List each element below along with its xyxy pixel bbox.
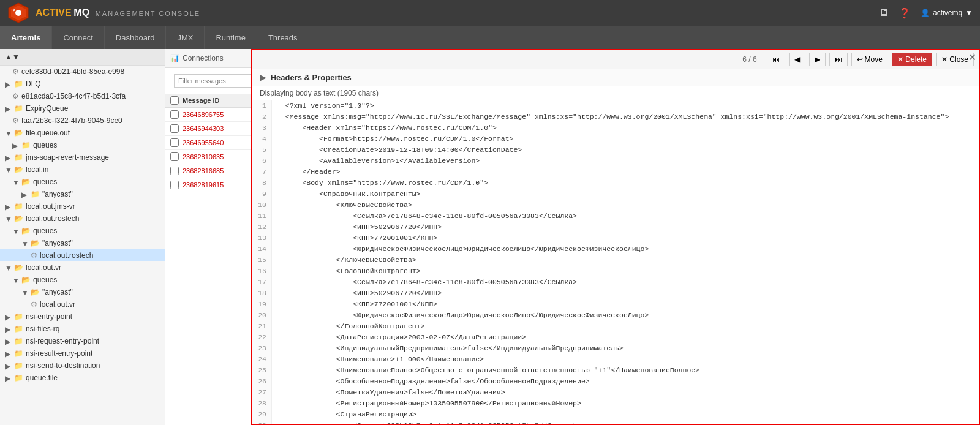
tab-connect[interactable]: Connect <box>52 26 104 49</box>
code-line: 29 <СтранаРегистрации> <box>252 409 979 420</box>
sidebar-item-nsi-files-rq[interactable]: ▶ 📁 nsi-files-rq <box>0 323 165 335</box>
sidebar-item-nsi-send[interactable]: ▶ 📁 nsi-send-to-destination <box>0 359 165 372</box>
tab-dashboard[interactable]: Dashboard <box>105 26 167 49</box>
message-row[interactable]: 23646896755 <box>165 108 251 122</box>
tab-runtime[interactable]: Runtime <box>205 26 257 49</box>
line-number: 27 <box>252 387 272 398</box>
message-row[interactable]: 23646944303 <box>165 122 251 136</box>
chevron-right-icon: ▶ <box>5 325 12 333</box>
code-line: 5 <CreationDate>2019-12-18T09:14:00</Cre… <box>252 145 979 156</box>
folder-icon: 📂 <box>21 178 31 186</box>
line-content: <ИндивидуальныйПредприниматель>false</Ин… <box>272 343 624 354</box>
sidebar-item-nsi-result[interactable]: ▶ 📁 nsi-result-entry-point <box>0 347 165 359</box>
message-row[interactable]: 23682810635 <box>165 150 251 164</box>
folder-icon: 📂 <box>14 263 23 272</box>
message-row[interactable]: 23646955640 <box>165 136 251 150</box>
next-page-button[interactable]: ▶ <box>809 53 826 66</box>
message-row[interactable]: 23682816685 <box>165 164 251 178</box>
line-content: <КлючевыеСвойства> <box>272 200 412 211</box>
sidebar-item-queues-4[interactable]: ▼ 📂 queues <box>0 274 165 286</box>
sidebar-header-arrows[interactable]: ▲▼ <box>5 53 20 61</box>
sidebar-item-local-out-vr-gear[interactable]: ⚙ local.out.vr <box>0 298 165 310</box>
chevron-down-icon: ▼ <box>12 227 20 235</box>
move-label: Move <box>865 55 883 64</box>
sidebar-item-label: nsi-request-entry-point <box>26 337 99 345</box>
filter-container <box>165 68 251 94</box>
move-button[interactable]: ↩ Move <box>851 53 888 66</box>
sidebar-item-nsi-entry[interactable]: ▶ 📁 nsi-entry-point <box>0 310 165 323</box>
folder-icon: 📁 <box>31 190 40 198</box>
sidebar-item-file-queue-out[interactable]: ▼ 📂 file.queue.out <box>0 127 165 139</box>
sidebar-item-anycast-3[interactable]: ▼ 📂 "anycast" <box>0 286 165 298</box>
code-line: 24 <Наименование>+1 000</Наименование> <box>252 354 979 365</box>
line-number: 18 <box>252 288 272 299</box>
message-checkbox[interactable] <box>170 181 179 189</box>
nav-bar: Artemis Connect Dashboard JMX Runtime Th… <box>0 26 980 49</box>
header-left: A ACTIVE MQ MANAGEMENT CONSOLE <box>7 2 200 24</box>
sidebar-item-local-out-vr[interactable]: ▼ 📂 local.out.vr <box>0 261 165 274</box>
code-line: 19 <КПП>772001001</КПП> <box>252 299 979 310</box>
sidebar-item-anycast-2[interactable]: ▼ 📂 "anycast" <box>0 237 165 249</box>
message-id: 23682816685 <box>183 167 224 175</box>
sidebar-item-label: queues <box>33 227 57 235</box>
sidebar-item-e81[interactable]: ⚙ e81acda0-15c8-4c47-b5d1-3cfa <box>0 90 165 102</box>
sidebar-item-jms-soap[interactable]: ▶ 📁 jms-soap-revert-message <box>0 151 165 164</box>
filter-messages-input[interactable] <box>174 74 252 88</box>
line-content: <ДатаРегистрации>2003-02-07</ДатаРегистр… <box>272 332 526 343</box>
message-checkbox[interactable] <box>170 167 179 175</box>
line-number: 2 <box>252 111 272 122</box>
sidebar-item-local-out-jms-vr[interactable]: ▶ 📁 local.out.jms-vr <box>0 200 165 212</box>
header-right: 🖥 ❓ 👤 activemq ▼ <box>879 7 973 19</box>
folder-icon: 📂 <box>14 165 23 174</box>
sidebar-item-local-out-rostech-gear[interactable]: ⚙ local.out.rostech <box>0 249 165 261</box>
tab-threads[interactable]: Threads <box>257 26 309 49</box>
folder-icon: 📂 <box>21 227 31 235</box>
select-all-checkbox[interactable] <box>170 96 179 105</box>
sidebar-item-anycast-1[interactable]: ▶ 📁 "anycast" <box>0 188 165 200</box>
line-content: <AvailableVersion>1</AvailableVersion> <box>272 156 480 167</box>
line-number: 16 <box>252 266 272 277</box>
folder-icon: 📁 <box>14 153 23 162</box>
page-info: 6 / 6 <box>742 55 756 64</box>
line-number: 26 <box>252 376 272 387</box>
code-line: 6 <AvailableVersion>1</AvailableVersion> <box>252 156 979 167</box>
sidebar-item-expiry[interactable]: ▶ 📁 ExpiryQueue <box>0 102 165 115</box>
sidebar-item-local-in[interactable]: ▼ 📂 local.in <box>0 164 165 176</box>
sidebar-item-queues-3[interactable]: ▼ 📂 queues <box>0 225 165 237</box>
tab-artemis[interactable]: Artemis <box>0 26 52 49</box>
code-area: 1 <?xml version="1.0"?>2 <Message xmlns:… <box>252 100 979 424</box>
sidebar-item-label: nsi-files-rq <box>26 325 59 333</box>
sidebar-item-queue-file[interactable]: ▶ 📁 queue.file <box>0 372 165 384</box>
line-content: <?xml version="1.0"?> <box>272 100 374 111</box>
skip-to-first-icon: ⏮ <box>772 55 780 64</box>
monitor-icon: 🖥 <box>879 7 889 18</box>
message-checkbox[interactable] <box>170 138 179 147</box>
connections-label: Connections <box>183 54 224 62</box>
messages-table: Message ID 23646896755 23646944303 23646… <box>165 94 251 425</box>
tab-jmx[interactable]: JMX <box>166 26 205 49</box>
sidebar-item-cefc[interactable]: ⚙ cefc830d-0b21-4bfd-85ea-e998 <box>0 66 165 78</box>
delete-button[interactable]: ✕ Delete <box>892 53 932 66</box>
sidebar-item-queues-2[interactable]: ▼ 📂 queues <box>0 176 165 188</box>
folder-icon: 📁 <box>14 349 23 358</box>
folder-icon: 📂 <box>14 214 23 223</box>
message-checkbox[interactable] <box>170 124 179 133</box>
sidebar-item-queues-1[interactable]: ▶ 📁 queues <box>0 139 165 151</box>
line-content: <ПометкаУдаления>false</ПометкаУдаления> <box>272 387 505 398</box>
last-page-button[interactable]: ⏭ <box>829 53 848 66</box>
sidebar-item-dlq[interactable]: ▶ 📁 DLQ <box>0 78 165 90</box>
close-label: ✕ Close <box>941 55 968 64</box>
message-row[interactable]: 23682819615 <box>165 178 251 192</box>
message-checkbox[interactable] <box>170 110 179 119</box>
folder-icon: 📁 <box>14 80 23 88</box>
sidebar-item-faa[interactable]: ⚙ faa72b3c-f322-4f7b-9045-9ce0 <box>0 115 165 127</box>
chevron-right-icon: ▶ <box>5 203 12 210</box>
close-panel-button[interactable]: ✕ <box>968 53 976 62</box>
sidebar-item-nsi-request[interactable]: ▶ 📁 nsi-request-entry-point <box>0 335 165 347</box>
first-page-button[interactable]: ⏮ <box>767 53 785 66</box>
sidebar-item-label: local.out.vr <box>40 300 75 309</box>
code-line: 16 <ГоловнойКонтрагент> <box>252 266 979 277</box>
prev-page-button[interactable]: ◀ <box>789 53 805 66</box>
sidebar-item-local-out-rostech[interactable]: ▼ 📂 local.out.rostech <box>0 212 165 225</box>
message-checkbox[interactable] <box>170 152 179 161</box>
